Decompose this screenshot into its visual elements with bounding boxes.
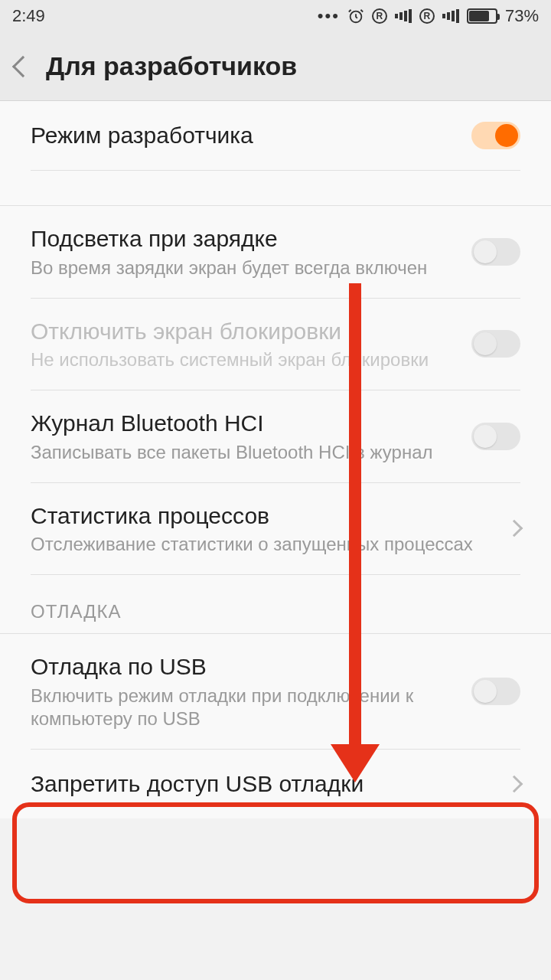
- sim2-signal-icon: [442, 9, 459, 23]
- row-title: Подсветка при зарядке: [31, 224, 471, 253]
- row-process-stats[interactable]: Статистика процессов Отслеживание статис…: [0, 483, 551, 575]
- row-developer-mode[interactable]: Режим разработчика: [0, 101, 551, 170]
- list-gap: [0, 171, 551, 206]
- row-usb-debugging[interactable]: Отладка по USB Включить режим отладки пр…: [0, 634, 551, 749]
- toggle-disable-lockscreen: [471, 330, 520, 358]
- chevron-right-icon: [506, 520, 523, 537]
- row-title: Отключить экран блокировки: [31, 317, 471, 346]
- row-title: Журнал Bluetooth HCI: [31, 409, 471, 438]
- section-header-debug: ОТЛАДКА: [0, 575, 551, 633]
- row-subtitle: Не использовать системный экран блокиров…: [31, 348, 471, 371]
- settings-list: Режим разработчика Подсветка при зарядке…: [0, 101, 551, 818]
- row-subtitle: Отслеживание статистики о запущенных про…: [31, 533, 500, 556]
- status-time: 2:49: [12, 6, 45, 26]
- row-title: Отладка по USB: [31, 652, 471, 681]
- toggle-developer-mode[interactable]: [471, 122, 520, 149]
- status-indicators: ••• R R 73%: [318, 6, 539, 26]
- row-revoke-usb-debug[interactable]: Запретить доступ USB отладки: [0, 750, 551, 818]
- toggle-bluetooth-hci-log[interactable]: [471, 423, 520, 450]
- row-title: Режим разработчика: [31, 121, 471, 150]
- sim2-roaming-icon: R: [419, 8, 435, 24]
- battery-percent: 73%: [505, 6, 539, 26]
- row-subtitle: Во время зарядки экран будет всегда вклю…: [31, 256, 471, 279]
- status-bar: 2:49 ••• R R 73%: [0, 0, 551, 32]
- toggle-usb-debugging[interactable]: [471, 678, 520, 705]
- row-disable-lockscreen: Отключить экран блокировки Не использова…: [0, 299, 551, 390]
- row-subtitle: Включить режим отладки при подключении к…: [31, 684, 471, 730]
- back-icon[interactable]: [12, 55, 34, 77]
- row-subtitle: Записывать все пакеты Bluetooth HCI в жу…: [31, 441, 471, 464]
- row-title: Статистика процессов: [31, 501, 500, 531]
- toggle-charging-backlight[interactable]: [471, 238, 520, 266]
- row-charging-backlight[interactable]: Подсветка при зарядке Во время зарядки э…: [0, 206, 551, 298]
- page-title: Для разработчиков: [46, 51, 297, 81]
- more-icon: •••: [318, 6, 340, 26]
- battery-icon: [467, 8, 497, 24]
- sim1-roaming-icon: R: [372, 8, 387, 24]
- chevron-right-icon: [506, 775, 523, 792]
- row-bluetooth-hci-log[interactable]: Журнал Bluetooth HCI Записывать все паке…: [0, 390, 551, 482]
- alarm-icon: [347, 8, 364, 24]
- app-header: Для разработчиков: [0, 32, 551, 101]
- row-title: Запретить доступ USB отладки: [31, 769, 500, 799]
- sim1-signal-icon: [395, 9, 412, 23]
